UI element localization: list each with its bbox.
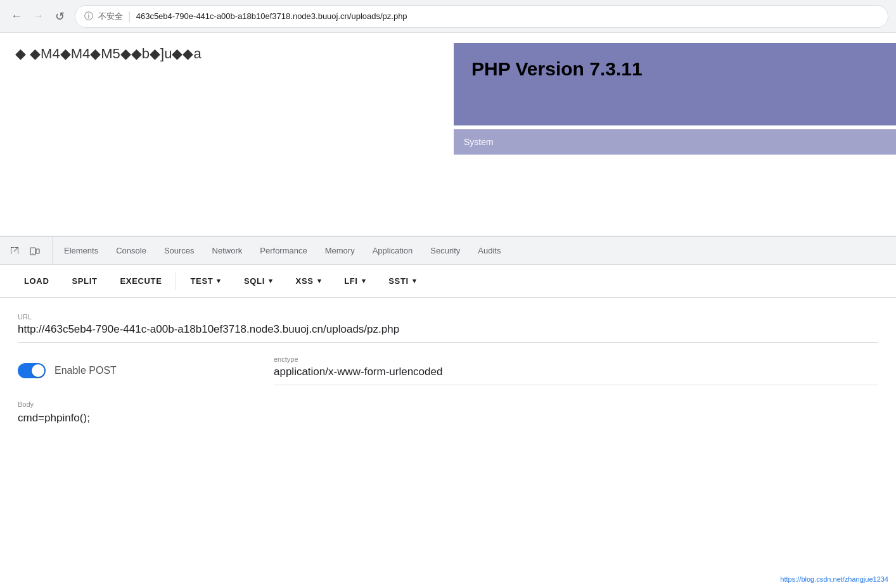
- php-version-text: PHP Version 7.3.11: [471, 58, 878, 80]
- enctype-label: enctype: [274, 355, 878, 363]
- load-button[interactable]: LOAD: [13, 265, 60, 297]
- test-button[interactable]: TEST ▾: [179, 265, 232, 297]
- reload-button[interactable]: ↺: [51, 8, 68, 25]
- tab-application[interactable]: Application: [364, 238, 422, 265]
- footer-link[interactable]: https://blog.csdn.net/zhangjue1234: [780, 575, 888, 583]
- svg-rect-1: [36, 249, 39, 253]
- tab-network[interactable]: Network: [203, 238, 252, 265]
- svg-point-2: [32, 253, 34, 254]
- tab-console[interactable]: Console: [107, 238, 155, 265]
- forward-button[interactable]: →: [29, 8, 47, 25]
- inspect-element-icon[interactable]: [5, 241, 24, 260]
- tab-security[interactable]: Security: [421, 238, 469, 265]
- execute-button[interactable]: EXECUTE: [109, 265, 174, 297]
- nav-buttons: ← → ↺: [8, 8, 68, 25]
- address-divider: |: [128, 10, 131, 23]
- tab-performance[interactable]: Performance: [251, 238, 316, 265]
- php-banner: PHP Version 7.3.11: [454, 43, 896, 125]
- form-section: URL http://463c5eb4-790e-441c-a00b-a18b1…: [0, 298, 896, 440]
- sqli-button[interactable]: SQLI ▾: [233, 265, 285, 297]
- back-button[interactable]: ←: [8, 8, 25, 25]
- device-toolbar-icon[interactable]: [25, 241, 44, 260]
- tab-elements[interactable]: Elements: [55, 238, 107, 265]
- security-icon: ⓘ: [84, 11, 93, 22]
- devtools-icon-group: [5, 237, 53, 264]
- system-bar: System: [454, 129, 896, 155]
- address-url: 463c5eb4-790e-441c-a00b-a18b10ef3718.nod…: [136, 11, 879, 21]
- system-bar-text: System: [464, 137, 494, 147]
- page-content: ◆ ◆M4◆M4◆M5◆◆b◆]u◆◆a PHP Version 7.3.11 …: [0, 33, 896, 236]
- security-label: 不安全: [98, 11, 123, 22]
- tab-sources[interactable]: Sources: [155, 238, 203, 265]
- split-button[interactable]: SPLIT: [60, 265, 108, 297]
- body-label: Body: [18, 400, 878, 408]
- address-bar[interactable]: ⓘ 不安全 | 463c5eb4-790e-441c-a00b-a18b10ef…: [75, 5, 888, 28]
- browser-toolbar: ← → ↺ ⓘ 不安全 | 463c5eb4-790e-441c-a00b-a1…: [0, 0, 896, 33]
- url-value: http://463c5eb4-790e-441c-a00b-a18b10ef3…: [18, 323, 878, 343]
- devtools-panel: Elements Console Sources Network Perform…: [0, 236, 896, 440]
- post-row: Enable POST enctype application/x-www-fo…: [18, 355, 878, 385]
- ssti-button[interactable]: SSTI ▾: [377, 265, 428, 297]
- lfi-dropdown-arrow: ▾: [362, 277, 366, 285]
- body-value: cmd=phpinfo();: [18, 412, 878, 425]
- toggle-section: Enable POST: [18, 363, 259, 378]
- xss-button[interactable]: XSS ▾: [285, 265, 333, 297]
- tab-memory[interactable]: Memory: [316, 238, 364, 265]
- enctype-section: enctype application/x-www-form-urlencode…: [259, 355, 878, 385]
- body-section: Body cmd=phpinfo();: [18, 400, 878, 425]
- enable-post-toggle[interactable]: [18, 363, 46, 378]
- test-dropdown-arrow: ▾: [217, 277, 221, 285]
- xss-dropdown-arrow: ▾: [317, 277, 322, 285]
- ssti-dropdown-arrow: ▾: [413, 277, 417, 285]
- extension-toolbar: LOAD SPLIT EXECUTE TEST ▾ SQLI ▾ XSS ▾ L…: [0, 265, 896, 298]
- url-label: URL: [18, 313, 878, 321]
- toolbar-divider: [176, 272, 176, 290]
- devtools-tabs: Elements Console Sources Network Perform…: [0, 237, 896, 265]
- tab-audits[interactable]: Audits: [469, 238, 509, 265]
- sqli-dropdown-arrow: ▾: [269, 277, 273, 285]
- lfi-button[interactable]: LFI ▾: [333, 265, 377, 297]
- enctype-value: application/x-www-form-urlencoded: [274, 366, 878, 385]
- enable-post-label: Enable POST: [54, 365, 117, 376]
